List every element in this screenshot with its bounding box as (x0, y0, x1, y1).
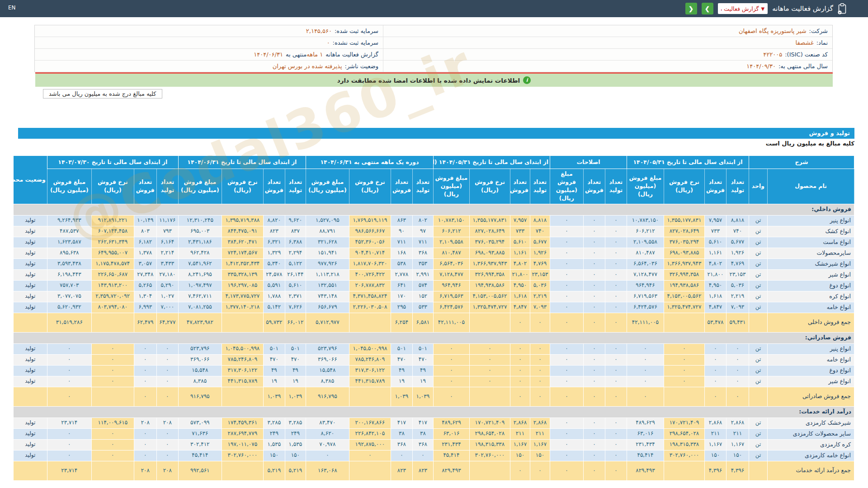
value-cell: ۶,۲۵۴ (391, 313, 412, 332)
value-cell: ۰ (605, 215, 627, 226)
info-row: سال مالی منتهی به:۱۴۰۴/۰۹/۳۰وضعیت ناشر:پ… (35, 61, 832, 72)
value-cell: ۴۷۰ (412, 354, 433, 365)
value-cell: ۰ (47, 439, 91, 450)
info-label: وضعیت ناشر: (345, 63, 378, 70)
section-row: فروش صادراتي: (13, 332, 854, 343)
signed-info-notice: i اطلاعات نمایش داده شده با اطلاعات امضا… (35, 74, 833, 87)
next-report-button[interactable]: ❯ (702, 3, 713, 14)
value-cell: ۲,۹۹۱ (412, 269, 433, 280)
value-cell: ۰ (156, 354, 178, 365)
report-type-dropdown[interactable]: ▼ گزارش فعالیت ماهانه (718, 3, 768, 14)
value-cell: ۱۴۳,۹۱۳,۲۰۰ (91, 280, 134, 291)
value-cell: ۷۸۵,۲۴۶,۸۰۹ (222, 354, 263, 365)
value-cell: ۵,۰۳۶ (530, 280, 550, 291)
column-header: از ابتدای سال مالی تا تاریخ ۱۴۰۴/۰۶/۳۱ (178, 156, 306, 169)
value-cell: ۰ (134, 387, 156, 406)
report-type-dropdown-label: گزارش فعالیت ماهانه (721, 5, 759, 12)
value-cell: ۲,۷۷۸ (391, 269, 412, 280)
language-toggle[interactable]: EN (8, 5, 16, 11)
value-cell: ۰ (47, 428, 91, 439)
info-row: شرکت:شیر پاستوریزه پگاه اصفهانسرمایه ثبت… (35, 25, 832, 37)
value-cell: ۶,۱۶۴ (156, 237, 178, 248)
column-header: مبلغ فروش (میلیون ریال) (550, 169, 583, 204)
value-cell: ۵,۱۲۲ (285, 258, 306, 269)
value-cell: ۳۵۳ (412, 258, 433, 269)
value-cell: ۱۶۸ (391, 248, 412, 258)
column-header: تعداد فروش (583, 169, 605, 204)
value-cell: ۲۹۸,۶۵۴,۰۲۸ (664, 428, 704, 439)
value-cell: ۶۴,۲۷۷ (156, 313, 178, 332)
value-cell: ۷۳۳ (704, 226, 726, 237)
value-cell: ۱,۰۲۷ (156, 291, 178, 302)
value-cell: تن (749, 302, 767, 313)
value-cell: ۶۳,۰۱۶ (627, 428, 664, 439)
value-cell: ۰ (433, 365, 469, 376)
status-cell: تولید (13, 428, 47, 439)
value-cell: ۷۴۳,۱۴۸ (306, 291, 349, 302)
production-sales-table-wrap: شرحاز ابتدای سال مالی تا تاریخ ۱۴۰۴/۰۵/۳… (14, 155, 854, 481)
value-cell: ۵۰۱ (263, 343, 285, 354)
value-cell: ۷۱۱ (391, 237, 412, 248)
value-cell: ۶۵۶,۶۷۹ (306, 302, 349, 313)
value-cell: ۱۲,۳۱۰,۲۴۵ (178, 215, 222, 226)
product-name-cell: انواع شیرخشک (768, 258, 854, 269)
value-cell: ۰ (550, 365, 583, 376)
value-cell: ۰ (91, 354, 134, 365)
value-cell: ۰ (605, 450, 627, 461)
value-cell: تن (749, 280, 767, 291)
status-cell (13, 461, 47, 480)
column-header: نرخ فروش (ریال) (91, 169, 134, 204)
value-cell: ۰ (469, 354, 510, 365)
value-cell: ۱,۱۷۵,۴۷۸,۵۷۴ (91, 258, 134, 269)
column-header: مبلغ فروش (میلیون ریال) (627, 169, 664, 204)
status-cell: تولید (13, 302, 47, 313)
status-cell: تولید (13, 450, 47, 461)
info-label: سال مالی منتهی به: (778, 63, 828, 70)
value-cell (91, 387, 134, 406)
value-cell: ۹۷۷,۹۲۶ (306, 258, 349, 269)
value-cell: ۳۲۱,۶۲۸ (306, 237, 349, 248)
value-cell: ۴۵۲,۳۶۰,۰۵۶ (349, 237, 391, 248)
value-cell: تن (749, 237, 767, 248)
value-cell: ۰ (627, 354, 664, 365)
info-label: شرکت: (809, 28, 828, 34)
value-cell: ۷۴۰ (726, 226, 749, 237)
value-cell: ۰ (627, 376, 664, 387)
column-header: تعداد فروش (263, 169, 285, 204)
value-cell: ۷,۰۸۱,۲۵۵ (178, 302, 222, 313)
value-cell: ۰ (510, 376, 530, 387)
value-cell: ۲,۲۲۶,۰۳۰,۵۰۸ (349, 302, 391, 313)
value-cell: ۵,۲۱۹ (263, 461, 285, 480)
value-cell: ۴۹ (391, 365, 412, 376)
product-name-cell: سایر محصولات کارمزدی (768, 428, 854, 439)
top-bar: گزارش فعالیت ماهانه ▼ گزارش فعالیت ماهان… (0, 0, 868, 17)
value-cell: ۵,۷۱۲,۹۷۷ (306, 313, 349, 332)
value-cell: ۰ (156, 365, 178, 376)
info-value: ۱۴۰۴/۰۹/۳۰ (746, 63, 776, 70)
table-row: کره کارمزدیتن۱,۱۶۷۱,۱۶۷۱۹۸,۳۱۵,۳۳۸۲۳۱,۴۳… (13, 439, 854, 450)
value-cell: ۹,۲۶۴,۹۳۳ (47, 215, 91, 226)
status-cell: تولید (13, 418, 47, 428)
value-cell: ۰ (627, 365, 664, 376)
product-name-cell: انواع دوغ (768, 280, 854, 291)
value-cell: ۳۶۹,۰۶۶ (306, 354, 349, 365)
value-cell: ۱۰,۱۴۹ (134, 215, 156, 226)
value-cell: ۲,۸۶۸ (726, 418, 749, 428)
value-cell: ۲,۲۹۴ (285, 248, 306, 258)
product-name-cell: کره کارمزدی (768, 439, 854, 450)
prev-report-button[interactable]: ❮ (685, 3, 697, 14)
value-cell: ۰ (704, 387, 726, 406)
value-cell: ۰ (391, 450, 412, 461)
column-header: دوره یک ماهه منتهی به ۱۴۰۴/۰۶/۳۱ (306, 156, 433, 169)
value-cell: ۱۹۷,۰۱۱,۰۷۵ (222, 439, 263, 450)
value-cell: ۸۲۳ (263, 226, 285, 237)
table-row: انواع خامهتن۰۰۰۰۰۰۰۰۰۰۰۴۷۰۴۷۰۷۸۵,۲۴۶,۸۰۹… (13, 354, 854, 365)
value-cell: ۷۸۵,۲۴۶,۸۰۹ (349, 354, 391, 365)
status-cell: تولید (13, 269, 47, 280)
value-cell: ۰ (510, 387, 530, 406)
column-header: تعداد فروش (391, 169, 412, 204)
value-cell: ۱,۴۱۲,۳۵۲,۴۳۴ (222, 258, 263, 269)
value-cell: ۶,۷۱۹,۵۶۳ (433, 291, 469, 302)
value-cell: ۰ (134, 439, 156, 450)
value-cell: ۴۴۱,۳۱۵,۷۸۹ (349, 376, 391, 387)
